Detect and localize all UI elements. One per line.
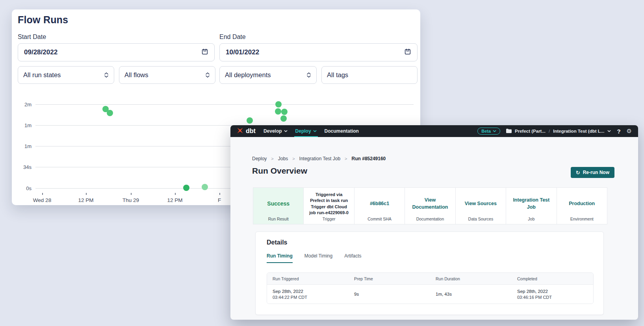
help-icon[interactable]: ? [617, 128, 620, 135]
x-axis-tick-mark [86, 193, 87, 195]
table-column-header: Prep Time [349, 276, 430, 281]
gear-icon[interactable]: ⚙ [627, 128, 632, 134]
nav-item-develop[interactable]: Develop [264, 125, 288, 137]
nav-item-documentation[interactable]: Documentation [325, 125, 359, 137]
x-axis-tick-mark [42, 193, 43, 195]
dbt-logo[interactable]: dbt [237, 127, 256, 135]
breadcrumb-item[interactable]: Jobs [278, 156, 288, 161]
chevron-down-icon [284, 130, 288, 132]
environment-name[interactable]: Integration Test (dbt L... [553, 129, 604, 133]
x-axis-tick-label: Wed 28 [33, 197, 51, 203]
dbt-logo-icon [237, 127, 243, 135]
card-value: Triggered via Prefect in task run Trigge… [308, 191, 350, 217]
tab-model-timing[interactable]: Model Timing [304, 253, 332, 263]
flow-run-point[interactable] [202, 184, 208, 190]
summary-card-job[interactable]: Integration Test JobJob [506, 188, 557, 224]
table-cell: 1m, 43s [430, 285, 512, 304]
x-axis-tick-label: Thu 29 [122, 197, 139, 203]
summary-card-commit-sha[interactable]: #6b86c1Commit SHA [354, 188, 405, 224]
nav-item-label: Deploy [295, 128, 311, 134]
card-label: Data Sources [460, 217, 502, 222]
path-separator: / [549, 129, 550, 133]
rerun-now-button[interactable]: ↻ Re-run Now [571, 167, 614, 178]
folder-icon [506, 129, 512, 134]
card-value[interactable]: #6b86c1 [358, 191, 401, 217]
x-axis-tick-mark [175, 193, 176, 195]
details-tabs: Run TimingModel TimingArtifacts [267, 253, 362, 263]
gridline [35, 104, 414, 105]
flow-run-point[interactable] [280, 115, 287, 122]
breadcrumb-item[interactable]: Deploy [252, 156, 267, 161]
flow-run-point[interactable] [275, 108, 281, 115]
dbt-navbar: dbt DevelopDeployDocumentation Beta Pref… [230, 125, 638, 137]
card-value[interactable]: Production [561, 191, 603, 217]
summary-card-trigger: Triggered via Prefect in task run Trigge… [304, 188, 354, 224]
card-label: Trigger [308, 217, 350, 222]
x-axis-tick-label: F [218, 197, 221, 203]
x-axis-tick-label: 12 PM [167, 197, 182, 203]
project-name[interactable]: Prefect (Part... [515, 129, 546, 133]
x-axis-tick-mark [131, 193, 132, 195]
card-label: Documentation [409, 217, 451, 222]
summary-card-documentation[interactable]: View DocumentationDocumentation [405, 188, 455, 224]
details-title: Details [267, 239, 287, 246]
navbar-right: Beta Prefect (Part... / Integration Test… [477, 128, 632, 135]
card-label: Job [510, 217, 552, 222]
flow-run-point[interactable] [107, 110, 113, 116]
dbt-brand-text: dbt [246, 128, 256, 135]
chevron-down-icon [313, 130, 317, 132]
card-value: Success [257, 191, 299, 217]
y-axis-tick-label: 34s [12, 164, 32, 170]
table-header-row: Run TriggeredPrep TimeRun DurationComple… [267, 273, 593, 285]
summary-card-data-sources[interactable]: View SourcesData Sources [456, 188, 506, 224]
nav-item-deploy[interactable]: Deploy [295, 125, 317, 137]
table-row: Sep 28th, 202203:44:22 PM CDT9s1m, 43sSe… [267, 285, 593, 304]
y-axis-tick-label: 1m [12, 122, 32, 128]
refresh-icon: ↻ [576, 170, 580, 175]
nav-item-label: Documentation [325, 128, 359, 134]
card-value[interactable]: View Documentation [409, 191, 451, 217]
table-cell: 9s [349, 285, 430, 304]
summary-card-environment[interactable]: ProductionEnvironment [557, 188, 607, 224]
dbt-cloud-window: dbt DevelopDeployDocumentation Beta Pref… [230, 125, 638, 320]
flow-run-point[interactable] [247, 117, 253, 124]
run-summary-cards: SuccessRun ResultTriggered via Prefect i… [253, 187, 607, 224]
x-axis-tick-mark [219, 193, 220, 195]
breadcrumb-separator: > [292, 156, 295, 161]
breadcrumb-item: Run #85249160 [352, 156, 386, 161]
flow-run-point[interactable] [183, 185, 189, 191]
tab-run-timing[interactable]: Run Timing [267, 253, 293, 263]
breadcrumb-item[interactable]: Integration Test Job [299, 156, 341, 161]
chevron-down-icon [607, 130, 611, 132]
breadcrumb-separator: > [345, 156, 347, 161]
table-cell: Sep 28th, 202203:46:16 PM CDT [512, 285, 593, 304]
y-axis-tick-label: 1m [12, 143, 32, 149]
details-card: Details Run TimingModel TimingArtifacts … [255, 232, 604, 315]
tab-artifacts[interactable]: Artifacts [344, 253, 361, 263]
breadcrumb: Deploy>Jobs>Integration Test Job>Run #85… [252, 156, 386, 161]
card-value[interactable]: View Sources [460, 191, 502, 217]
project-switcher[interactable]: Prefect (Part... / Integration Test (dbt… [506, 129, 611, 134]
summary-card-run-result: SuccessRun Result [253, 188, 304, 224]
flow-run-point[interactable] [281, 109, 288, 115]
card-value[interactable]: Integration Test Job [510, 191, 552, 217]
nav-menu: DevelopDeployDocumentation [264, 125, 359, 137]
x-axis-tick-label: 12 PM [78, 197, 93, 203]
dbt-content: Deploy>Jobs>Integration Test Job>Run #85… [230, 137, 638, 320]
nav-item-label: Develop [264, 128, 282, 134]
breadcrumb-separator: > [271, 156, 273, 161]
table-column-header: Run Duration [430, 276, 512, 281]
y-axis-tick-label: 2m [12, 102, 32, 107]
card-label: Environment [561, 217, 603, 222]
y-axis-tick-label: 0s [12, 185, 32, 191]
page-title: Run Overview [252, 166, 307, 176]
card-label: Commit SHA [358, 217, 401, 222]
table-column-header: Run Triggered [267, 276, 349, 281]
flow-run-point[interactable] [275, 101, 282, 107]
rerun-now-label: Re-run Now [583, 170, 609, 175]
chevron-down-icon [493, 130, 496, 132]
card-label: Run Result [257, 217, 299, 222]
run-timing-table: Run TriggeredPrep TimeRun DurationComple… [267, 272, 594, 304]
beta-dropdown[interactable]: Beta [477, 128, 500, 135]
beta-label: Beta [481, 129, 491, 133]
